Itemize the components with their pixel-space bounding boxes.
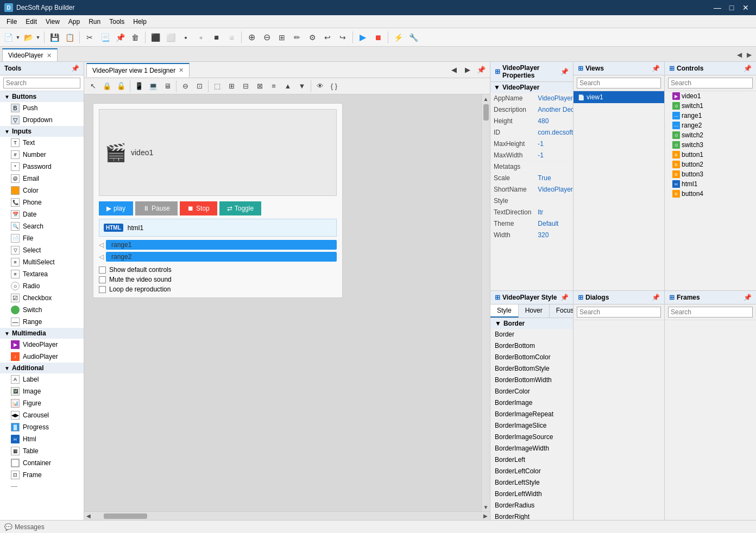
style-property-item[interactable]: BorderLeft <box>490 454 573 466</box>
align-center-button[interactable]: ⬜ <box>163 30 178 45</box>
style-property-item[interactable]: BorderImageSlice <box>490 420 573 432</box>
ctrl-switch3[interactable]: ⊙ switch3 <box>665 140 756 150</box>
prop-value[interactable]: VideoPlayer <box>534 184 573 195</box>
tools-pin[interactable]: 📌 <box>71 64 79 73</box>
style-property-item[interactable]: BorderColor <box>490 386 573 397</box>
tool-range[interactable]: — Range <box>0 316 84 328</box>
play-button[interactable]: ▶ play <box>99 201 133 215</box>
properties-pin[interactable]: 📌 <box>560 67 569 76</box>
tool-color[interactable]: Color <box>0 185 84 196</box>
settings-button[interactable]: ⚙ <box>305 30 319 45</box>
preview[interactable]: 👁 <box>313 80 326 93</box>
dist-v[interactable]: ⊟ <box>239 80 252 93</box>
menu-run[interactable]: Run <box>84 15 105 28</box>
cordova-button[interactable]: 🔧 <box>406 30 420 45</box>
prop-value[interactable]: -1 <box>534 138 573 150</box>
zoom-out-button[interactable]: ⊖ <box>260 30 274 45</box>
property-row[interactable]: AppNameVideoPlayer <box>490 93 573 104</box>
open-button[interactable]: 📂 <box>22 30 34 45</box>
ctrl-button2[interactable]: B button2 <box>665 160 756 169</box>
style-property-item[interactable]: BorderLeftWidth <box>490 488 573 500</box>
frames-pin[interactable]: 📌 <box>743 293 752 302</box>
tool-password[interactable]: * Password <box>0 161 84 173</box>
tool-number[interactable]: # Number <box>0 149 84 161</box>
property-row[interactable]: Width320 <box>490 230 573 241</box>
prop-value[interactable] <box>534 161 573 173</box>
style-property-item[interactable]: BorderLeftColor <box>490 466 573 477</box>
select-tool[interactable]: ↖ <box>86 80 99 93</box>
controls-pin[interactable]: 📌 <box>743 64 752 73</box>
category-multimedia[interactable]: ▼ Multimedia <box>0 328 84 339</box>
tool-multiselect[interactable]: ≡ MultiSelect <box>0 256 84 268</box>
videoplayer-tab-close[interactable]: ✕ <box>47 52 52 59</box>
property-row[interactable]: Metatags <box>490 161 573 173</box>
delete-button[interactable]: 🗑 <box>128 30 142 45</box>
tool-html[interactable]: H Html <box>0 433 84 445</box>
views-search-input[interactable] <box>577 78 661 88</box>
center-v[interactable]: ≡ <box>267 80 280 93</box>
menu-edit[interactable]: Edit <box>21 15 41 28</box>
distribute-button[interactable]: ◽ <box>224 30 238 45</box>
tools-search-input[interactable] <box>3 78 80 88</box>
tool-select[interactable]: ▽ Select <box>0 244 84 256</box>
property-row[interactable]: MaxWidth-1 <box>490 150 573 161</box>
style-property-item[interactable]: BorderBottom <box>490 340 573 352</box>
minimize-button[interactable]: — <box>711 3 723 12</box>
prop-value[interactable]: True <box>534 173 573 184</box>
property-row[interactable]: MaxHeight-1 <box>490 138 573 150</box>
tool-frame[interactable]: ⊡ Frame <box>0 469 84 481</box>
controls-search-input[interactable] <box>668 78 753 88</box>
canvas-prev[interactable]: ◀ <box>448 64 461 77</box>
tool-file[interactable]: 📄 File <box>0 232 84 244</box>
ctrl-range2[interactable]: — range2 <box>665 120 756 130</box>
tool-search[interactable]: 🔍 Search <box>0 220 84 232</box>
vscroll-down[interactable]: ▼ <box>482 503 490 511</box>
zoom-fit[interactable]: ⊡ <box>193 80 206 93</box>
order-back[interactable]: ▼ <box>295 80 308 93</box>
plugin-button[interactable]: ⚡ <box>391 30 405 45</box>
property-row[interactable]: IDcom.decsoft.videoplayer <box>490 127 573 138</box>
style-property-item[interactable]: BorderBottomStyle <box>490 363 573 375</box>
unlock-button[interactable]: 🔓 <box>115 80 128 93</box>
tool-container[interactable]: Container <box>0 457 84 469</box>
vscroll-up[interactable]: ▲ <box>482 94 490 103</box>
tool-phone[interactable]: 📞 Phone <box>0 196 84 208</box>
view-tablet[interactable]: 💻 <box>147 80 160 93</box>
tool-videoplayer[interactable]: ▶ VideoPlayer <box>0 339 84 351</box>
tool-email[interactable]: @ Email <box>0 173 84 185</box>
ctrl-html1[interactable]: H html1 <box>665 179 756 189</box>
new-button[interactable]: 📄 <box>2 30 14 45</box>
tool-dropdown[interactable]: ▽ Dropdown <box>0 114 84 126</box>
dialogs-pin[interactable]: 📌 <box>651 293 660 302</box>
property-row[interactable]: ThemeDefault <box>490 218 573 230</box>
tool-progress[interactable]: ▓ Progress <box>0 421 84 433</box>
canvas-pin[interactable]: 📌 <box>475 64 488 77</box>
tool-image[interactable]: 🖼 Image <box>0 385 84 397</box>
category-buttons[interactable]: ▼ Buttons <box>0 91 84 102</box>
redo-button[interactable]: ↪ <box>336 30 350 45</box>
format-button[interactable]: ✏ <box>290 30 304 45</box>
videoplayer-tab[interactable]: VideoPlayer ✕ <box>2 48 58 61</box>
property-row[interactable]: Style <box>490 195 573 207</box>
maximize-button[interactable]: □ <box>726 3 738 12</box>
code-editor[interactable]: { } <box>327 80 341 93</box>
tool-label[interactable]: A Label <box>0 373 84 385</box>
menu-tools[interactable]: Tools <box>105 15 129 28</box>
design-canvas[interactable]: 🎬 video1 ▶ play ⏸ Pause <box>93 103 343 298</box>
dist-h[interactable]: ⊞ <box>225 80 238 93</box>
ctrl-video1[interactable]: ▶ video1 <box>665 91 756 101</box>
view-item-view1[interactable]: 📄 view1 <box>574 91 664 103</box>
close-button[interactable]: ✕ <box>740 3 752 12</box>
designer-tab-close[interactable]: ✕ <box>179 67 184 74</box>
tool-figure[interactable]: 📊 Figure <box>0 397 84 409</box>
hscroll-right[interactable]: ▶ <box>481 512 490 521</box>
style-property-item[interactable]: BorderImage <box>490 397 573 409</box>
zoom-in-button[interactable]: ⊕ <box>244 30 259 45</box>
style-property-item[interactable]: BorderLeftStyle <box>490 477 573 488</box>
stop-button[interactable]: ⏹ Stop <box>180 201 217 215</box>
open-dropdown-arrow[interactable]: ▼ <box>35 30 41 45</box>
align-h[interactable]: ⬚ <box>211 80 224 93</box>
style-property-item[interactable]: BorderImageRepeat <box>490 409 573 420</box>
stop-button[interactable]: ⏹ <box>371 30 385 45</box>
view-desktop[interactable]: 🖥 <box>161 80 174 93</box>
